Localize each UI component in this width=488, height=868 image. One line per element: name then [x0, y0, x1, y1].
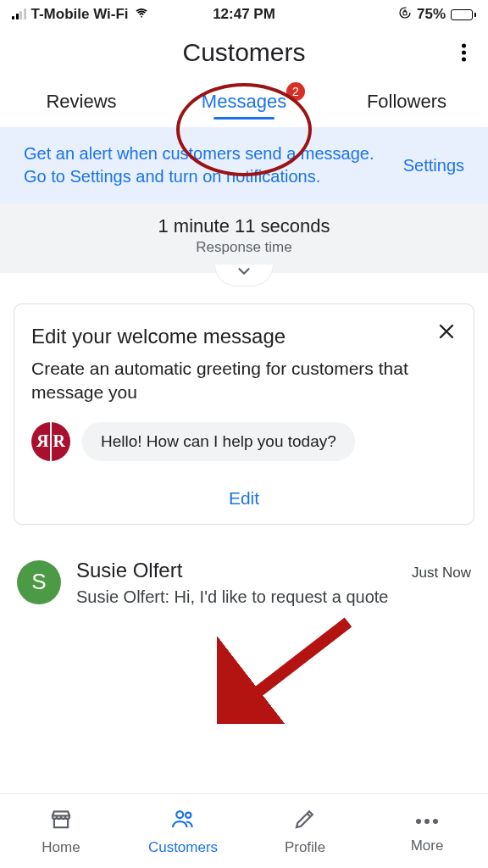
orientation-lock-icon [398, 6, 412, 24]
clock-label: 12:47 PM [213, 6, 275, 23]
cellular-signal-icon [12, 9, 26, 19]
home-icon [48, 806, 74, 836]
tab-reviews-label: Reviews [46, 91, 116, 112]
welcome-card-subtitle: Create an automatic greeting for custome… [31, 357, 457, 405]
chevron-down-icon [235, 267, 253, 284]
close-card-button[interactable] [431, 316, 462, 350]
nav-profile[interactable]: Profile [244, 794, 366, 868]
nav-customers[interactable]: Customers [122, 794, 244, 868]
tab-messages-label: Messages [202, 91, 286, 112]
business-avatar: RR [31, 422, 70, 461]
nav-profile-label: Profile [285, 839, 325, 856]
svg-line-2 [241, 622, 348, 705]
bottom-nav: Home Customers Profile More [0, 793, 488, 868]
response-time-value: 1 minute 11 seconds [0, 215, 488, 237]
pencil-icon [292, 806, 318, 836]
tab-reviews[interactable]: Reviews [0, 82, 163, 121]
welcome-message-card: Edit your welcome message Create an auto… [14, 303, 474, 525]
nav-customers-label: Customers [148, 839, 218, 856]
conversation-preview: Susie Olfert: Hi, I'd like to request a … [76, 586, 471, 609]
conversation-row[interactable]: S Susie Olfert Just Now Susie Olfert: Hi… [0, 548, 488, 617]
tab-followers[interactable]: Followers [325, 82, 488, 121]
page-title: Customers [182, 38, 305, 67]
annotation-arrow [217, 614, 361, 724]
close-icon [436, 330, 457, 344]
svg-point-0 [400, 8, 410, 18]
expand-button[interactable] [214, 264, 274, 287]
messages-badge: 2 [286, 82, 305, 101]
banner-text: Get an alert when customers send a messa… [24, 142, 383, 188]
app-header: Customers [0, 29, 488, 76]
conversation-time: Just Now [412, 565, 471, 581]
tab-followers-label: Followers [367, 91, 446, 112]
svg-rect-1 [403, 11, 407, 14]
response-time-label: Response time [0, 239, 488, 256]
tab-messages[interactable]: Messages 2 [163, 82, 325, 121]
avatar-initial: S [31, 569, 46, 595]
edit-welcome-button[interactable]: Edit [31, 481, 457, 510]
response-time-block: 1 minute 11 seconds Response time [0, 203, 488, 273]
tabs: Reviews Messages 2 Followers [0, 76, 488, 127]
nav-more[interactable]: More [366, 794, 488, 868]
notification-banner: Get an alert when customers send a messa… [0, 127, 488, 203]
conversation-name: Susie Olfert [76, 559, 182, 582]
svg-point-3 [176, 811, 183, 818]
wifi-icon [134, 6, 149, 23]
banner-settings-button[interactable]: Settings [393, 149, 474, 182]
carrier-label: T-Mobile Wi-Fi [31, 6, 129, 23]
welcome-card-title: Edit your welcome message [31, 325, 457, 348]
customers-icon [170, 806, 196, 836]
battery-pct-label: 75% [417, 6, 446, 23]
nav-home[interactable]: Home [0, 794, 122, 868]
welcome-message-preview: Hello! How can I help you today? [82, 422, 355, 461]
nav-home-label: Home [42, 839, 80, 856]
overflow-menu-button[interactable] [455, 37, 473, 69]
battery-icon [451, 9, 476, 20]
user-avatar: S [17, 560, 61, 604]
more-icon [416, 809, 438, 834]
status-bar: T-Mobile Wi-Fi 12:47 PM 75% [0, 0, 488, 29]
svg-point-4 [186, 813, 191, 818]
nav-more-label: More [411, 837, 444, 854]
